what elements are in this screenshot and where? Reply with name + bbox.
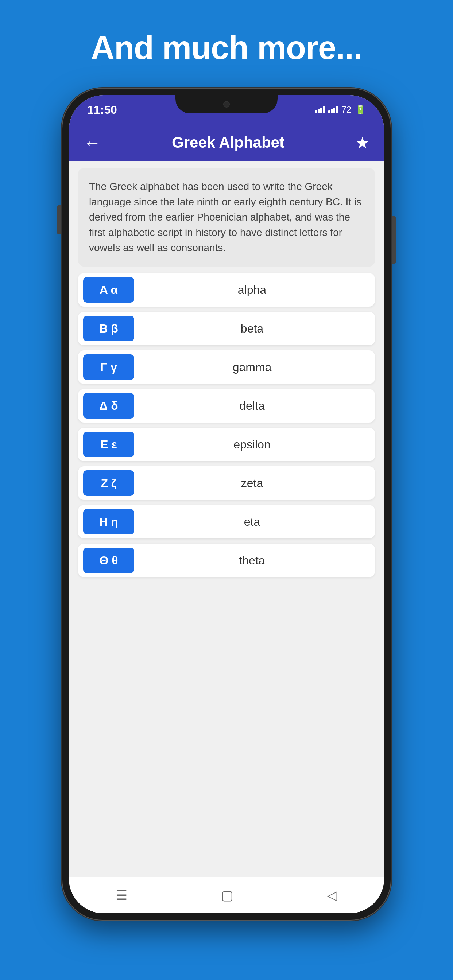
- letter-name-gamma: gamma: [134, 361, 370, 374]
- bottom-nav: ☰ ▢ ◁: [69, 877, 384, 913]
- phone-frame: 11:50 72 🔋 ← Greek Alphabet ★ The Gree: [62, 89, 391, 920]
- letter-name-theta: theta: [134, 554, 370, 567]
- app-bar-title: Greek Alphabet: [172, 134, 284, 151]
- home-nav-button[interactable]: ▢: [221, 888, 233, 903]
- letter-name-eta: eta: [134, 515, 370, 529]
- status-icons: 72 🔋: [315, 105, 366, 115]
- list-item[interactable]: Δ δ delta: [78, 389, 375, 423]
- letter-name-epsilon: epsilon: [134, 438, 370, 451]
- letter-badge-alpha: A α: [83, 277, 134, 302]
- letter-badge-gamma: Γ γ: [83, 355, 134, 380]
- description-box: The Greek alphabet has been used to writ…: [78, 168, 375, 267]
- phone-screen: 11:50 72 🔋 ← Greek Alphabet ★ The Gree: [69, 95, 384, 913]
- menu-nav-button[interactable]: ☰: [116, 888, 127, 903]
- back-nav-button[interactable]: ◁: [327, 888, 337, 903]
- status-time: 11:50: [87, 103, 117, 117]
- letter-symbol-gamma: Γ γ: [100, 361, 117, 374]
- list-item[interactable]: Η η eta: [78, 505, 375, 538]
- letter-symbol-epsilon: Ε ε: [100, 438, 117, 451]
- battery-indicator: 72: [341, 105, 351, 115]
- content-area: The Greek alphabet has been used to writ…: [69, 161, 384, 877]
- app-bar: ← Greek Alphabet ★: [69, 124, 384, 161]
- back-button[interactable]: ←: [83, 133, 101, 153]
- list-item[interactable]: Ζ ζ zeta: [78, 466, 375, 500]
- letter-badge-eta: Η η: [83, 509, 134, 535]
- letter-symbol-zeta: Ζ ζ: [100, 477, 116, 490]
- letter-badge-epsilon: Ε ε: [83, 432, 134, 457]
- headline: And much more...: [91, 0, 362, 89]
- list-item[interactable]: Γ γ gamma: [78, 350, 375, 384]
- list-item[interactable]: B β beta: [78, 312, 375, 345]
- signal-icon: [315, 106, 325, 113]
- letter-name-zeta: zeta: [134, 477, 370, 490]
- list-item[interactable]: A α alpha: [78, 273, 375, 307]
- letter-symbol-beta: B β: [99, 322, 118, 336]
- letter-badge-delta: Δ δ: [83, 393, 134, 418]
- notch: [175, 95, 278, 113]
- list-item[interactable]: Ε ε epsilon: [78, 428, 375, 461]
- letter-name-beta: beta: [134, 322, 370, 336]
- list-item[interactable]: Θ θ theta: [78, 544, 375, 577]
- letter-symbol-alpha: A α: [100, 283, 118, 297]
- letter-symbol-eta: Η η: [99, 515, 118, 529]
- status-bar: 11:50 72 🔋: [69, 95, 384, 124]
- camera-cutout: [223, 101, 230, 108]
- letter-name-alpha: alpha: [134, 283, 370, 297]
- letter-name-delta: delta: [134, 399, 370, 413]
- letter-symbol-theta: Θ θ: [99, 554, 118, 567]
- letter-badge-theta: Θ θ: [83, 547, 134, 573]
- letter-badge-beta: B β: [83, 316, 134, 341]
- letter-symbol-delta: Δ δ: [99, 399, 118, 413]
- signal-icon-2: [328, 106, 338, 113]
- description-text: The Greek alphabet has been used to writ…: [89, 179, 364, 256]
- favorite-button[interactable]: ★: [355, 134, 370, 152]
- battery-icon: 🔋: [355, 105, 366, 115]
- letter-badge-zeta: Ζ ζ: [83, 470, 134, 496]
